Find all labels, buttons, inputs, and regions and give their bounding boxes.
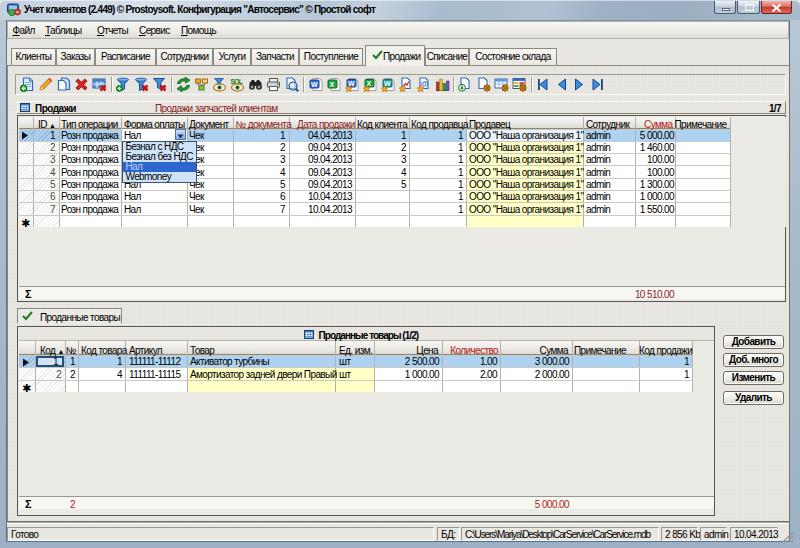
- svg-text:@: @: [421, 79, 429, 88]
- svg-text:W: W: [311, 81, 318, 88]
